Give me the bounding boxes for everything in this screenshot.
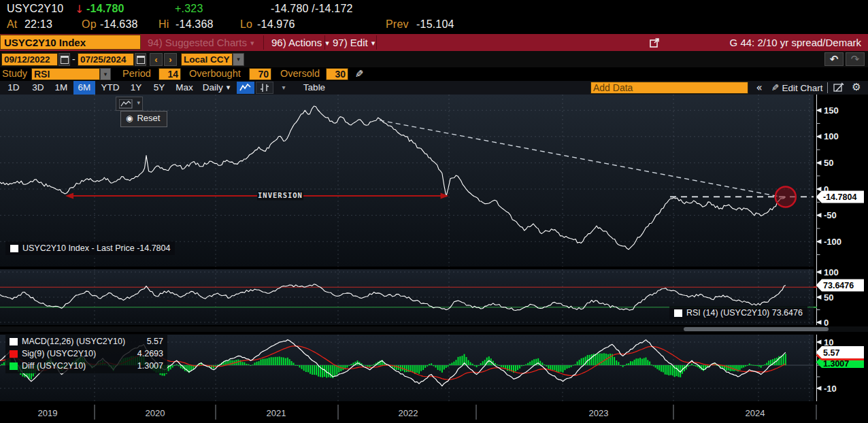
quote-header-row1: USYC2Y10 -14.780 +.323 -14.780 /-14.172 [0, 0, 868, 18]
range-tab-1y[interactable]: 1Y [125, 81, 147, 95]
currency-select[interactable]: Local CCY [181, 53, 233, 66]
bid-ask: -14.780 /-14.172 [271, 3, 353, 15]
menu-edit[interactable]: 97) Edit [333, 34, 375, 51]
chart-title: G 44: 2/10 yr spread/Demark [730, 34, 861, 51]
range-tab-ytd[interactable]: YTD [97, 81, 124, 95]
collapse-panel-icon[interactable]: « [751, 82, 767, 94]
legend-swatch-icon [10, 362, 18, 370]
svg-text:50: 50 [824, 292, 833, 303]
pop-out-icon[interactable] [650, 37, 660, 50]
date-dash: - [72, 54, 76, 65]
range-tab-5y[interactable]: 5Y [148, 81, 170, 95]
svg-text:5.57: 5.57 [823, 348, 839, 358]
svg-text:-100: -100 [824, 237, 841, 247]
low-label: Lo [240, 18, 252, 31]
svg-text:-50: -50 [824, 210, 837, 220]
redo-button[interactable]: ↷ [846, 52, 865, 66]
highlight-circle [775, 186, 796, 207]
macd-legend-row: Sig(9) (USYC2Y10)4.2693 [10, 348, 163, 360]
study-label: Study [2, 68, 27, 79]
quote-time: 22:13 [24, 18, 52, 31]
date-to-input[interactable]: 07/25/2024 [78, 53, 134, 66]
legend-swatch-icon [10, 338, 18, 345]
svg-text:-14.7804: -14.7804 [823, 192, 856, 202]
calendar-from-icon[interactable] [59, 53, 70, 66]
currency-caret-icon[interactable]: ▾ [233, 53, 244, 66]
macd-legend-row: MACD(12,26) (USYC2Y10)5.57 [10, 335, 163, 348]
year-label: 2019 [38, 408, 58, 418]
year-label: 2021 [267, 408, 286, 418]
study-select[interactable]: RSI [31, 68, 100, 80]
range-tab-3d[interactable]: 3D [27, 81, 49, 95]
calendar-to-icon[interactable] [135, 53, 146, 66]
frequency-select[interactable]: Daily [199, 81, 234, 95]
svg-text:0: 0 [824, 318, 829, 328]
chart-canvas[interactable]: INVERSION150100500-50-10010050010-101.30… [0, 95, 868, 423]
annotate-pencil-icon[interactable]: ✎ [355, 68, 364, 80]
chart-region: INVERSION150100500-50-10010050010-101.30… [0, 95, 868, 423]
date-from-input[interactable]: 09/12/2022 [1, 53, 58, 66]
prev-period-button[interactable]: ‹ [150, 53, 163, 66]
chart-annotate-icon[interactable] [831, 82, 846, 94]
svg-text:-10: -10 [824, 384, 837, 394]
svg-text:INVERSION: INVERSION [258, 191, 303, 199]
macd-legend-row: Diff (USYC2Y10)1.3007 [10, 360, 163, 372]
svg-text:50: 50 [824, 158, 833, 168]
year-label: 2020 [146, 408, 165, 418]
range-tab-1d[interactable]: 1D [1, 81, 26, 95]
last-price: -14.780 [86, 3, 124, 15]
chart-toolbar: 1D3D1M6MYTD1Y5YMax Daily ▾ Table Add Dat… [0, 81, 868, 95]
svg-text:10: 10 [824, 337, 833, 348]
chart-type-caret-icon[interactable]: ▾ [276, 82, 291, 94]
high-value: -14.368 [176, 18, 214, 31]
overbought-input[interactable]: 70 [249, 68, 271, 80]
open-value: -14.638 [100, 18, 138, 31]
edit-chart-button[interactable]: ✎ Edit Chart [769, 82, 826, 94]
at-label: At [7, 18, 18, 31]
year-label: 2022 [399, 408, 418, 418]
svg-text:100: 100 [824, 267, 839, 277]
date-range-row: 09/12/2022 - 07/25/2024 ‹ › Local CCY ▾ … [0, 51, 868, 67]
high-label: Hi [158, 18, 169, 31]
range-tab-6m[interactable]: 6M [73, 81, 95, 95]
function-title-bar: USYC2Y10 Index 94) Suggested Charts 96) … [0, 34, 868, 51]
undo-button[interactable]: ↶ [824, 52, 844, 66]
period-label: Period [122, 68, 151, 79]
year-label: 2024 [746, 408, 765, 418]
line-chart-type-button[interactable] [237, 82, 254, 94]
range-tab-max[interactable]: Max [171, 81, 197, 95]
rsi-legend: RSI (14) (USYC2Y10) 73.6476 [669, 306, 807, 320]
settings-gear-icon[interactable]: ⚙ [849, 82, 864, 94]
prev-label: Prev [386, 18, 409, 31]
scrollbar-thumb[interactable] [684, 327, 829, 331]
study-caret-icon[interactable]: ▾ [100, 68, 111, 80]
range-tab-1m[interactable]: 1M [50, 81, 72, 95]
add-data-input[interactable]: Add Data [590, 82, 748, 94]
macd-legend: MACD(12,26) (USYC2Y10)5.57Sig(9) (USYC2Y… [5, 334, 167, 373]
bar-chart-type-button[interactable] [256, 82, 273, 94]
net-change: +.323 [175, 3, 203, 15]
oversold-input[interactable]: 30 [326, 68, 348, 80]
ticker-symbol: USYC2Y10 [7, 3, 63, 15]
price-swatch-icon [10, 245, 18, 252]
study-settings-row: Study RSI ▾ Period 14 Overbought 70 Over… [0, 67, 868, 81]
menu-actions[interactable]: 96) Actions [271, 34, 329, 51]
prev-value: -15.104 [416, 18, 454, 31]
security-input[interactable]: USYC2Y10 Index [0, 35, 141, 50]
svg-text:73.6476: 73.6476 [823, 281, 854, 290]
main-price-legend: USYC2Y10 Index - Last Price -14.7804 [5, 241, 175, 255]
period-input[interactable]: 14 [158, 68, 181, 80]
legend-swatch-icon [10, 350, 18, 358]
overbought-label: Overbought [189, 68, 241, 79]
low-value: -14.976 [257, 18, 295, 31]
mini-chart-type-button[interactable]: ▾ [116, 97, 143, 111]
next-period-button[interactable]: › [164, 53, 177, 66]
rsi-swatch-icon [674, 309, 682, 317]
oversold-label: Oversold [280, 68, 320, 79]
year-label: 2023 [589, 408, 609, 418]
reset-button[interactable]: ◉Reset [120, 111, 167, 127]
svg-text:100: 100 [824, 131, 839, 141]
menu-suggested-charts[interactable]: 94) Suggested Charts [148, 34, 254, 51]
svg-text:150: 150 [824, 105, 839, 116]
table-button[interactable]: Table [298, 82, 331, 94]
